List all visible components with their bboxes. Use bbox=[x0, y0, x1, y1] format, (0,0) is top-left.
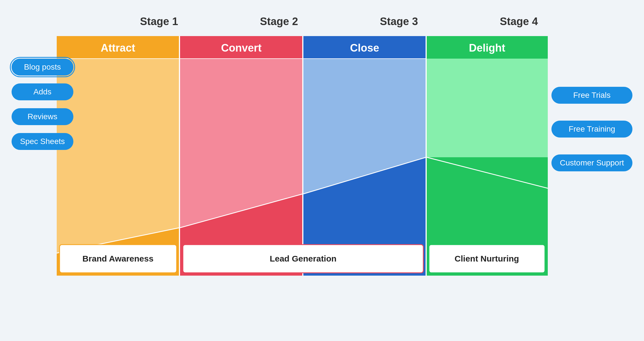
stage-1-header: Stage 1 bbox=[99, 10, 219, 33]
svg-text:Client Nurturing: Client Nurturing bbox=[455, 254, 519, 263]
main-container: Stage 1 Stage 2 Stage 3 Stage 4 Blog pos… bbox=[12, 10, 632, 331]
reviews-pill[interactable]: Reviews bbox=[12, 108, 73, 125]
right-pills-container: Free Trials Free Training Customer Suppo… bbox=[551, 87, 632, 171]
adds-pill[interactable]: Adds bbox=[12, 83, 73, 100]
svg-text:Close: Close bbox=[350, 42, 379, 54]
stage-4-header: Stage 4 bbox=[459, 10, 579, 33]
svg-text:Delight: Delight bbox=[469, 42, 505, 54]
svg-text:Brand Awareness: Brand Awareness bbox=[82, 254, 154, 263]
diagram-area: Blog posts Adds Reviews Spec Sheets Free… bbox=[12, 36, 632, 312]
stage-2-header: Stage 2 bbox=[219, 10, 339, 33]
free-training-pill[interactable]: Free Training bbox=[551, 121, 632, 138]
svg-marker-19 bbox=[427, 59, 548, 157]
svg-text:Attract: Attract bbox=[101, 42, 135, 54]
svg-text:Lead Generation: Lead Generation bbox=[270, 254, 337, 263]
left-pills-container: Blog posts Adds Reviews Spec Sheets bbox=[12, 59, 73, 150]
funnel-diagram: Attract Convert Close bbox=[57, 36, 548, 304]
blog-posts-pill[interactable]: Blog posts bbox=[12, 59, 73, 76]
stage-3-header: Stage 3 bbox=[339, 10, 459, 33]
svg-text:Convert: Convert bbox=[221, 42, 262, 54]
customer-support-pill[interactable]: Customer Support bbox=[551, 154, 632, 171]
svg-marker-1 bbox=[57, 59, 179, 253]
free-trials-pill[interactable]: Free Trials bbox=[551, 87, 632, 104]
spec-sheets-pill[interactable]: Spec Sheets bbox=[12, 133, 73, 150]
stage-headers: Stage 1 Stage 2 Stage 3 Stage 4 bbox=[99, 10, 579, 33]
